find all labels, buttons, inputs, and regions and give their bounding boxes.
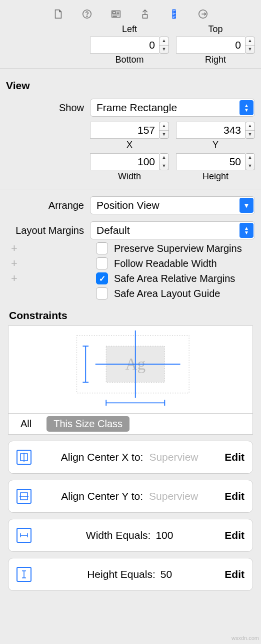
layout-margins-label: Layout Margins	[6, 225, 90, 236]
constraint-value: 50	[160, 568, 172, 580]
svg-rect-14	[172, 17, 174, 18]
constraint-row[interactable]: Height Equals: 50 Edit	[8, 558, 253, 591]
constraint-row[interactable]: Width Equals: 100 Edit	[8, 519, 253, 552]
edit-button[interactable]: Edit	[224, 451, 244, 463]
follow-readable-width-label: Follow Readable Width	[114, 258, 217, 269]
identity-inspector-icon[interactable]	[110, 8, 122, 20]
height-label: Height	[202, 171, 228, 182]
svg-rect-11	[172, 13, 176, 14]
svg-rect-12	[172, 15, 174, 15]
updown-icon	[240, 100, 254, 115]
constraint-value: Superview	[149, 490, 198, 502]
height-constraint-icon	[16, 567, 32, 582]
height-input[interactable]: 50	[176, 153, 245, 170]
safe-area-layout-guide-checkbox[interactable]	[96, 287, 108, 299]
safe-area-relative-margins-label: Safe Area Relative Margins	[114, 273, 235, 284]
divider	[0, 189, 261, 189]
svg-rect-9	[172, 11, 176, 11]
plus-icon: +	[11, 242, 18, 255]
right-input[interactable]: 0	[176, 37, 245, 54]
y-label: Y	[212, 140, 218, 150]
svg-point-1	[86, 16, 87, 17]
x-label: X	[126, 140, 132, 150]
x-input[interactable]: 157	[90, 122, 159, 139]
tab-this-size-class[interactable]: This Size Class	[46, 416, 130, 432]
width-constraint-icon	[16, 528, 32, 543]
constraint-row[interactable]: Align Center Y to: Superview Edit	[8, 480, 253, 513]
file-inspector-icon[interactable]	[52, 8, 64, 20]
y-stepper[interactable]: ▲▼	[245, 122, 255, 139]
safe-area-relative-margins-checkbox[interactable]	[96, 272, 108, 284]
chevron-down-icon: ▼	[240, 198, 254, 213]
watermark: wsxdn.com	[232, 635, 259, 641]
safe-area-layout-guide-label: Safe Area Layout Guide	[114, 288, 220, 299]
inspector-tab-bar	[0, 0, 261, 22]
plus-icon: +	[11, 272, 18, 285]
align-center-y-icon	[16, 489, 32, 504]
top-label: Top	[208, 24, 222, 35]
show-value: Frame Rectangle	[96, 102, 177, 114]
constraints-list: Align Center X to: Superview Edit Align …	[8, 441, 253, 591]
constraint-value: 100	[156, 529, 173, 541]
plus-icon: +	[11, 257, 18, 270]
follow-readable-width-checkbox[interactable]	[96, 257, 108, 269]
height-stepper[interactable]: ▲▼	[245, 153, 255, 170]
preserve-superview-margins-label: Preserve Superview Margins	[114, 243, 242, 254]
right-stepper[interactable]: ▲▼	[245, 37, 255, 54]
attributes-inspector-icon[interactable]	[139, 8, 151, 20]
y-input[interactable]: 343	[176, 122, 245, 139]
arrange-value: Position View	[96, 199, 160, 211]
width-label: Width	[118, 171, 141, 182]
right-label: Right	[205, 55, 226, 65]
bottom-input[interactable]: 0	[90, 37, 159, 54]
view-section-title: View	[6, 69, 255, 97]
left-label: Left	[122, 24, 137, 35]
help-inspector-icon[interactable]	[81, 8, 93, 20]
arrange-popup[interactable]: Position View ▼	[90, 196, 255, 214]
constraints-title: Constraints	[6, 302, 255, 326]
constraints-tabs: All This Size Class	[8, 414, 253, 435]
edit-button[interactable]: Edit	[224, 529, 244, 541]
constraint-label: Height Equals:	[87, 568, 156, 580]
constraint-value: Superview	[149, 451, 198, 463]
size-inspector-icon[interactable]	[168, 8, 180, 20]
updown-icon	[240, 223, 254, 238]
tab-all[interactable]: All	[8, 418, 44, 430]
show-label: Show	[6, 102, 90, 114]
svg-rect-3	[113, 12, 116, 14]
constraint-label: Align Center Y to:	[61, 490, 143, 502]
connections-inspector-icon[interactable]	[197, 8, 209, 20]
layout-margins-value: Default	[96, 224, 130, 236]
show-popup[interactable]: Frame Rectangle	[90, 99, 255, 117]
x-stepper[interactable]: ▲▼	[159, 122, 169, 139]
constraint-label: Align Center X to:	[61, 451, 144, 463]
constraints-diagram[interactable]: Ag	[8, 326, 253, 414]
constraint-row[interactable]: Align Center X to: Superview Edit	[8, 441, 253, 474]
arrange-label: Arrange	[6, 200, 90, 211]
svg-rect-10	[172, 12, 174, 12]
svg-rect-13	[172, 16, 176, 17]
layout-margins-popup[interactable]: Default	[90, 221, 255, 239]
constraint-label: Width Equals:	[86, 529, 151, 541]
bottom-label: Bottom	[115, 55, 144, 65]
edit-button[interactable]: Edit	[224, 568, 244, 580]
preserve-superview-margins-checkbox[interactable]	[96, 242, 108, 254]
width-stepper[interactable]: ▲▼	[159, 153, 169, 170]
edit-button[interactable]: Edit	[224, 490, 244, 502]
bottom-stepper[interactable]: ▲▼	[159, 37, 169, 54]
width-input[interactable]: 100	[90, 153, 159, 170]
align-center-x-icon	[16, 450, 32, 465]
